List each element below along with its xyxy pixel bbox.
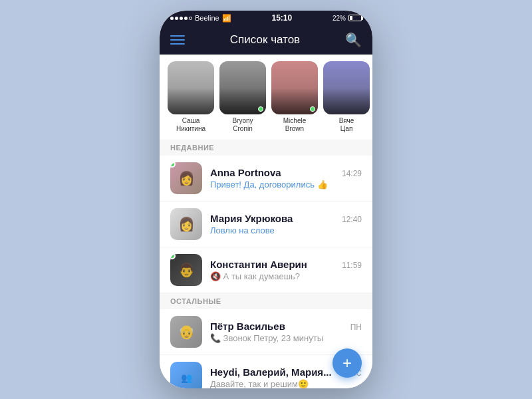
story-gradient bbox=[168, 88, 214, 114]
battery-percent: 22% bbox=[332, 15, 346, 22]
chat-top-maria: Мария Укрюкова 12:40 bbox=[210, 213, 362, 224]
maria-face: 👩 bbox=[170, 208, 202, 240]
dot-4 bbox=[184, 17, 188, 20]
battery-icon bbox=[348, 15, 362, 21]
group-face: 👥 bbox=[170, 362, 202, 388]
chat-top-anna: Anna Portnova 14:29 bbox=[210, 167, 362, 178]
story-avatar-sasha bbox=[168, 61, 214, 114]
dot-2 bbox=[175, 17, 178, 20]
signal-dots bbox=[170, 17, 192, 20]
petr-face: 👴 bbox=[170, 316, 202, 348]
chat-top-konst: Константин Аверин 11:59 bbox=[210, 259, 362, 270]
hamburger-button[interactable] bbox=[170, 35, 185, 45]
dot-3 bbox=[180, 17, 183, 20]
story-michele[interactable]: MicheleBrown bbox=[271, 61, 318, 133]
hamburger-line-1 bbox=[170, 35, 185, 37]
story-sasha[interactable]: СашаНикитина bbox=[168, 61, 214, 133]
battery-fill bbox=[350, 16, 352, 20]
section-others: ОСТАЛЬНЫЕ bbox=[160, 293, 372, 309]
dot-1 bbox=[170, 17, 174, 20]
search-icon[interactable]: 🔍 bbox=[345, 32, 362, 48]
chat-preview-anna: Привет! Да, договорились 👍 bbox=[210, 180, 362, 190]
status-right: 22% bbox=[332, 15, 362, 22]
story-gradient-4 bbox=[323, 88, 370, 114]
chat-item-petr[interactable]: 👴 Пётр Васильев ПН 📞 Звонок Петру, 23 ми… bbox=[160, 309, 372, 355]
chat-name-group: Heydi, Валерий, Мария... bbox=[210, 366, 332, 378]
story-name-michele: MicheleBrown bbox=[283, 117, 306, 133]
chat-preview-group: Давайте, так и решим🙂 bbox=[210, 379, 362, 388]
chat-time-petr: ПН bbox=[350, 323, 362, 332]
nav-title: Список чатов bbox=[230, 33, 300, 47]
hamburger-line-3 bbox=[170, 43, 185, 45]
chat-name-petr: Пётр Васильев bbox=[210, 321, 285, 332]
story-online-bryony bbox=[258, 106, 263, 112]
chat-content-anna: Anna Portnova 14:29 Привет! Да, договори… bbox=[210, 167, 362, 190]
phone-inner: Beeline 📶 15:10 22% Список чатов 🔍 bbox=[160, 11, 372, 388]
chat-top-petr: Пётр Васильев ПН bbox=[210, 321, 362, 332]
story-avatar-michele bbox=[271, 61, 318, 114]
chat-avatar-group: 👥 bbox=[170, 362, 202, 388]
story-name-bryony: BryonyCronin bbox=[232, 117, 253, 133]
story-name-sasha: СашаНикитина bbox=[176, 117, 205, 133]
phone-frame: Beeline 📶 15:10 22% Список чатов 🔍 bbox=[160, 11, 372, 388]
clock: 15:10 bbox=[271, 13, 292, 23]
chat-content-konst: Константин Аверин 11:59 🔇 А ты как думае… bbox=[210, 259, 362, 281]
chat-avatar-anna: 👩 bbox=[170, 162, 202, 194]
chat-item-anna[interactable]: 👩 Anna Portnova 14:29 Привет! Да, догово… bbox=[160, 156, 372, 201]
chat-avatar-petr: 👴 bbox=[170, 316, 202, 348]
dot-5 bbox=[189, 17, 192, 20]
anna-face: 👩 bbox=[170, 162, 202, 194]
chat-avatar-maria: 👩 bbox=[170, 208, 202, 240]
status-bar: Beeline 📶 15:10 22% bbox=[160, 11, 372, 25]
chat-content-petr: Пётр Васильев ПН 📞 Звонок Петру, 23 мину… bbox=[210, 321, 362, 343]
chat-name-konst: Константин Аверин bbox=[210, 259, 307, 270]
chat-preview-konst: 🔇 А ты как думаешь? bbox=[210, 271, 362, 281]
chat-time-anna: 14:29 bbox=[342, 169, 362, 178]
section-recent: НЕДАВНИЕ bbox=[160, 140, 372, 156]
story-name-vyache: ВячеЦап bbox=[339, 117, 354, 133]
carrier-name: Beeline bbox=[195, 14, 219, 22]
story-bryony[interactable]: BryonyCronin bbox=[219, 61, 266, 133]
chat-item-maria[interactable]: 👩 Мария Укрюкова 12:40 Ловлю на слове bbox=[160, 201, 372, 247]
stories-row: СашаНикитина BryonyCronin MicheleBrown bbox=[160, 61, 372, 133]
story-avatar-vyache bbox=[323, 61, 370, 114]
chat-time-maria: 12:40 bbox=[342, 215, 362, 224]
story-vyache[interactable]: ВячеЦап bbox=[323, 61, 370, 133]
chat-preview-petr: 📞 Звонок Петру, 23 минуты bbox=[210, 333, 362, 343]
wifi-icon: 📶 bbox=[222, 14, 231, 23]
chat-avatar-konst: 👨 bbox=[170, 254, 202, 286]
story-avatar-bryony bbox=[219, 61, 266, 114]
hamburger-line-2 bbox=[170, 39, 185, 41]
fab-add-chat[interactable]: + bbox=[332, 348, 362, 378]
nav-bar: Список чатов 🔍 bbox=[160, 25, 372, 55]
story-online-michele bbox=[310, 106, 315, 112]
stories-section: СашаНикитина BryonyCronin MicheleBrown bbox=[160, 55, 372, 140]
konst-face: 👨 bbox=[170, 254, 202, 286]
chat-content-maria: Мария Укрюкова 12:40 Ловлю на слове bbox=[210, 213, 362, 235]
chat-name-maria: Мария Укрюкова bbox=[210, 213, 293, 224]
chat-preview-maria: Ловлю на слове bbox=[210, 225, 362, 235]
chat-time-konst: 11:59 bbox=[342, 261, 362, 270]
status-left: Beeline 📶 bbox=[170, 14, 231, 23]
chat-name-anna: Anna Portnova bbox=[210, 167, 281, 178]
chat-item-konst[interactable]: 👨 Константин Аверин 11:59 🔇 А ты как дум… bbox=[160, 247, 372, 293]
